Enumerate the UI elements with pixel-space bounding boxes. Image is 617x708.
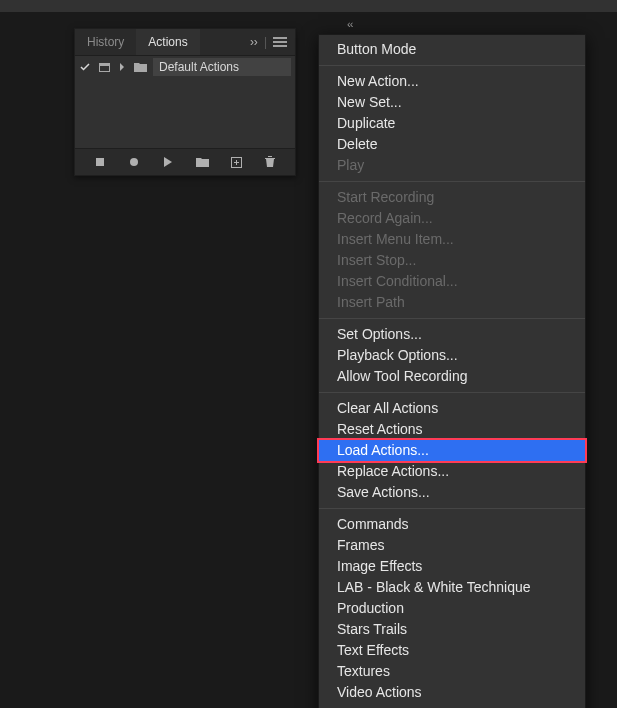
folder-icon	[133, 62, 147, 72]
menu-separator	[319, 318, 585, 319]
actions-flyout-menu: Button ModeNew Action...New Set...Duplic…	[318, 34, 586, 708]
actions-list: Default Actions	[75, 56, 295, 148]
chevron-right-icon[interactable]	[117, 63, 127, 71]
menu-item[interactable]: New Action...	[319, 71, 585, 92]
menu-item[interactable]: Replace Actions...	[319, 461, 585, 482]
menu-item[interactable]: LAB - Black & White Technique	[319, 577, 585, 598]
menu-item: Insert Menu Item...	[319, 229, 585, 250]
app-topbar	[0, 0, 617, 12]
menu-item[interactable]: Video Actions	[319, 682, 585, 703]
svg-rect-2	[96, 158, 104, 166]
menu-item[interactable]: Commands	[319, 514, 585, 535]
trash-icon[interactable]	[263, 156, 277, 168]
new-set-icon[interactable]	[195, 157, 209, 167]
menu-item[interactable]: Delete	[319, 134, 585, 155]
menu-separator	[319, 508, 585, 509]
menu-item: Insert Stop...	[319, 250, 585, 271]
svg-rect-1	[99, 63, 109, 66]
tab-history[interactable]: History	[75, 29, 136, 55]
panel-footer	[75, 148, 295, 175]
actions-row[interactable]: Default Actions	[75, 56, 295, 78]
menu-item[interactable]: New Set...	[319, 92, 585, 113]
menu-separator	[319, 392, 585, 393]
menu-item[interactable]: Production	[319, 598, 585, 619]
menu-item[interactable]: Playback Options...	[319, 345, 585, 366]
collapse-chevrons-icon[interactable]: ‹‹	[347, 18, 352, 30]
tab-actions[interactable]: Actions	[136, 29, 199, 55]
menu-separator	[319, 181, 585, 182]
menu-item[interactable]: Reset Actions	[319, 419, 585, 440]
panel-tab-strip: History Actions ›› |	[75, 29, 295, 56]
menu-item: Insert Path	[319, 292, 585, 313]
actions-row-label[interactable]: Default Actions	[153, 58, 291, 76]
menu-item[interactable]: Frames	[319, 535, 585, 556]
menu-item[interactable]: Image Effects	[319, 556, 585, 577]
menu-item: Start Recording	[319, 187, 585, 208]
expand-chevrons-icon[interactable]: ››	[250, 35, 258, 49]
panel-menu-icon[interactable]	[273, 37, 287, 47]
menu-separator	[319, 65, 585, 66]
menu-item: Record Again...	[319, 208, 585, 229]
menu-item[interactable]: Set Options...	[319, 324, 585, 345]
menu-item[interactable]: Text Effects	[319, 640, 585, 661]
new-action-icon[interactable]	[229, 157, 243, 168]
menu-item[interactable]: Allow Tool Recording	[319, 366, 585, 387]
menu-item[interactable]: Clear All Actions	[319, 398, 585, 419]
stop-icon[interactable]	[93, 158, 107, 166]
menu-item[interactable]: Load Actions...	[319, 440, 585, 461]
record-icon[interactable]	[127, 158, 141, 166]
actions-panel: History Actions ›› | Default Actions	[74, 28, 296, 176]
menu-item[interactable]: Duplicate	[319, 113, 585, 134]
vertical-divider: |	[264, 35, 267, 49]
checkmark-icon[interactable]	[79, 63, 91, 71]
menu-item[interactable]: Button Mode	[319, 39, 585, 60]
dialog-toggle-icon[interactable]	[97, 63, 111, 72]
menu-item[interactable]: Save Actions...	[319, 482, 585, 503]
menu-item[interactable]: Stars Trails	[319, 619, 585, 640]
menu-item: Play	[319, 155, 585, 176]
svg-point-3	[130, 158, 138, 166]
menu-item[interactable]: Textures	[319, 661, 585, 682]
play-icon[interactable]	[161, 157, 175, 167]
menu-item: Insert Conditional...	[319, 271, 585, 292]
